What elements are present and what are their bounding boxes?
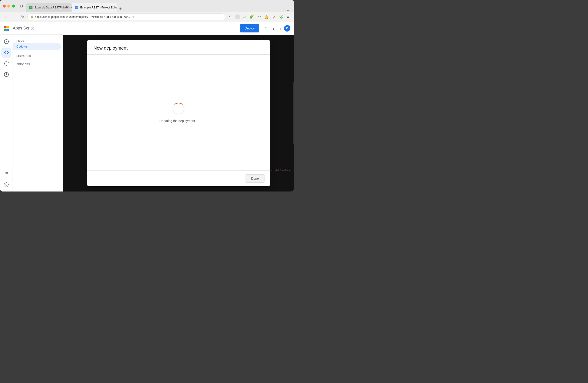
logo-yellow bbox=[6, 26, 9, 28]
profile-avatar[interactable]: C bbox=[284, 25, 290, 32]
browser-toolbar-icons: 🛡 🖊 🧩 ƒ? 🔔 U 🧩 ≡ bbox=[228, 14, 291, 20]
sidebar-icon-gear[interactable] bbox=[1, 180, 11, 190]
logo-green bbox=[4, 29, 6, 31]
header-right: Deploy ? ⋮⋮⋮ C bbox=[240, 24, 290, 32]
file-item-code-gs[interactable]: Code.gs bbox=[13, 43, 61, 50]
tab-2-favicon-icon: <> bbox=[75, 6, 78, 9]
libraries-section-header: Libraries bbox=[13, 52, 63, 58]
libraries-label: Libraries bbox=[17, 55, 31, 57]
sidebar-icon-editor[interactable] bbox=[1, 47, 11, 58]
app-header: Apps Script Deploy ? ⋮⋮⋮ C bbox=[0, 22, 294, 35]
new-tab-button[interactable]: + bbox=[117, 5, 124, 12]
tab-1-favicon-icon: G bbox=[29, 6, 32, 9]
back-button[interactable]: ← bbox=[3, 14, 9, 20]
apps-script-logo bbox=[4, 26, 9, 31]
done-button[interactable]: Done bbox=[246, 174, 265, 182]
spinner-text: Updating the deployment... bbox=[159, 119, 198, 123]
lock-icon: 🔒 bbox=[30, 15, 34, 18]
dialog-title: New deployment bbox=[93, 45, 264, 51]
code-icon[interactable]: ƒ? bbox=[256, 14, 262, 20]
sidebar-icon-overview[interactable] bbox=[1, 37, 11, 47]
tab-1-label: Example Data RESTFul API - Go... bbox=[35, 6, 72, 9]
loading-spinner bbox=[173, 103, 185, 115]
sidebar-toggle-icon[interactable]: ⊟ bbox=[19, 3, 24, 9]
sidebar-icon-triggers[interactable] bbox=[1, 59, 11, 69]
svg-point-12 bbox=[6, 184, 7, 185]
services-label: Services bbox=[17, 63, 30, 66]
new-deployment-dialog: New deployment Updating the deployment..… bbox=[87, 40, 270, 186]
logo-red bbox=[4, 26, 6, 28]
menu-icon[interactable]: ≡ bbox=[285, 14, 291, 20]
logo-blue bbox=[6, 29, 9, 31]
extension-icon[interactable]: 🧩 bbox=[249, 14, 255, 20]
tab-2-label: Example REST - Project Editor · bbox=[80, 6, 117, 9]
app-content: Apps Script Deploy ? ⋮⋮⋮ C bbox=[0, 22, 294, 192]
dialog-header: New deployment bbox=[87, 40, 270, 55]
traffic-lights bbox=[3, 5, 15, 8]
files-section-header: Files bbox=[13, 37, 63, 43]
eyedropper-icon[interactable]: 🖊 bbox=[241, 14, 247, 20]
bookmark-icon[interactable]: ☆ bbox=[132, 15, 135, 19]
navigation-bar: ← → ↻ 🔒 https://script.google.com/u/0/ho… bbox=[0, 12, 294, 22]
deploy-button[interactable]: Deploy bbox=[240, 24, 259, 32]
dialog-footer: Done bbox=[87, 170, 270, 186]
minimize-button[interactable] bbox=[7, 5, 10, 8]
title-bar: ⊟ G Example Data RESTFul API - Go... ✕ <… bbox=[0, 0, 294, 12]
close-button[interactable] bbox=[3, 5, 6, 8]
spinner-circle bbox=[173, 103, 185, 115]
sidebar-icon-settings-nav[interactable] bbox=[1, 169, 11, 179]
app-sidebar bbox=[0, 35, 13, 192]
file-name-code-gs: Code.gs bbox=[17, 45, 27, 48]
sidebar-icon-executions[interactable] bbox=[1, 69, 11, 80]
user-icon[interactable] bbox=[235, 14, 240, 20]
tab-overflow-button[interactable]: ⌄ bbox=[285, 8, 291, 12]
app-body: Files Code.gs Libraries Services bbox=[0, 35, 294, 192]
tab-1[interactable]: G Example Data RESTFul API - Go... ✕ bbox=[26, 3, 72, 12]
shield-icon: 🛡 bbox=[228, 14, 234, 20]
file-panel: Files Code.gs Libraries Services bbox=[13, 35, 63, 192]
apps-grid-icon[interactable]: ⋮⋮⋮ bbox=[273, 24, 281, 32]
refresh-button[interactable]: ↻ bbox=[19, 14, 26, 20]
address-text: https://script.google.com/u/0/home/proje… bbox=[35, 15, 130, 19]
app-title: Apps Script bbox=[13, 26, 34, 31]
services-section-header: Services bbox=[13, 60, 63, 66]
bell-icon[interactable]: 🔔 bbox=[263, 14, 269, 20]
address-bar[interactable]: 🔒 https://script.google.com/u/0/home/pro… bbox=[27, 14, 226, 20]
tab-bar: G Example Data RESTFul API - Go... ✕ <> … bbox=[26, 0, 291, 12]
tab-1-favicon: G bbox=[29, 6, 33, 9]
apps-script-app: Apps Script Deploy ? ⋮⋮⋮ C bbox=[0, 22, 294, 192]
svg-text:<>: <> bbox=[75, 7, 78, 9]
code-editor-area: .setMimeType(ContentService. New deploym… bbox=[63, 35, 294, 192]
ublock-icon[interactable]: U bbox=[271, 14, 277, 20]
files-label: Files bbox=[17, 39, 24, 42]
maximize-button[interactable] bbox=[12, 5, 15, 8]
dialog-body: Updating the deployment... bbox=[87, 55, 270, 170]
help-icon[interactable]: ? bbox=[262, 24, 270, 32]
tab-2[interactable]: <> Example REST - Project Editor · ✕ bbox=[72, 3, 117, 12]
tab-2-favicon: <> bbox=[75, 6, 78, 9]
forward-button[interactable]: → bbox=[11, 14, 17, 20]
puzzle-icon[interactable]: 🧩 bbox=[278, 14, 284, 20]
